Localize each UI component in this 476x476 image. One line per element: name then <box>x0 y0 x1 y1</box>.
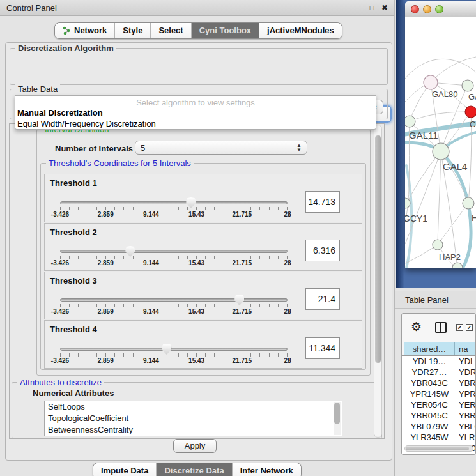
thresholds-group: Threshold's Coordinates for 5 Intervals … <box>40 163 366 370</box>
interval-definition-group: Interval Definition Number of Intervals … <box>36 129 371 376</box>
slider-ticks <box>60 304 288 307</box>
tab-jactivemnodules[interactable]: jActiveMNodules <box>259 23 342 38</box>
dropdown-prompt: Select algorithm to view settings <box>15 96 376 107</box>
node[interactable] <box>462 80 473 91</box>
network-canvas[interactable]: GAL80 GA C GAL11 GAL4 GCY1 H HAP2 <box>405 17 476 268</box>
attributes-group: Attributes to discretize Numerical Attri… <box>12 382 382 438</box>
thresholds-group-label: Threshold's Coordinates for 5 Intervals <box>46 158 194 168</box>
bottom-tabbar: Impute Data Discretize Data Infer Networ… <box>93 463 302 476</box>
panel-divider <box>394 0 395 476</box>
slider-track[interactable] <box>60 201 288 204</box>
tab-network[interactable]: Network <box>55 23 115 38</box>
node[interactable] <box>452 263 463 268</box>
network-mac-window: GAL80 GA C GAL11 GAL4 GCY1 H HAP2 <box>405 1 476 268</box>
slider-track[interactable] <box>60 348 288 351</box>
slider-track[interactable] <box>60 298 288 302</box>
threshold-slider[interactable]: -3.426 2.859 9.144 15.43 21.715 28 <box>60 344 288 365</box>
minimize-traffic-light-icon[interactable] <box>423 5 431 13</box>
checkbox-icon[interactable]: ✔ <box>456 324 463 331</box>
node-gcy1[interactable] <box>405 198 410 208</box>
threshold-panel: Threshold 1 -3.426 2.859 9.144 15.43 21.… <box>44 174 362 222</box>
table-body: YDL19…YDL1 YDR27…YDR2 YBR043CYBR0 YPR145… <box>402 356 475 455</box>
tab-impute-data[interactable]: Impute Data <box>93 463 157 476</box>
node-gal4[interactable] <box>433 143 449 160</box>
slider-ticks <box>60 353 288 357</box>
close-traffic-light-icon[interactable] <box>411 5 419 13</box>
table-panel-bar: Table Panel <box>395 291 476 309</box>
top-tabbar: Network Style Select Cyni Toolbox jActiv… <box>54 22 342 39</box>
node-label: GCY1 <box>405 213 427 224</box>
slider-tick-labels: -3.426 2.859 9.144 15.43 21.715 28 <box>60 211 288 219</box>
table-row[interactable]: YBL079WYBL0 <box>402 421 475 432</box>
tab-infer-network[interactable]: Infer Network <box>233 463 301 476</box>
table-row[interactable]: YLR345WYLR3 <box>402 432 475 443</box>
close-icon[interactable]: ✖ <box>380 3 390 13</box>
table-horizontal-scrollbar[interactable] <box>404 445 473 452</box>
list-item[interactable]: BetweennessCentrality <box>45 424 342 436</box>
threshold-slider[interactable]: -3.426 2.859 9.144 15.43 21.715 28 <box>60 295 288 316</box>
cyni-toolbox-panel: Discretization Algorithm Select algorith… <box>5 42 392 461</box>
attributes-group-label: Attributes to discretize <box>17 378 104 387</box>
node-red[interactable] <box>465 106 476 118</box>
column-header-shared[interactable]: shared… <box>404 342 455 355</box>
numerical-attributes-list[interactable]: SelfLoops TopologicalCoefficient Between… <box>44 401 342 436</box>
node-gal11[interactable] <box>405 116 415 127</box>
table-row[interactable]: YBR043CYBR0 <box>402 378 475 388</box>
column-header-name[interactable]: na <box>455 342 475 355</box>
table-row[interactable]: YBR045CYBR0 <box>402 410 475 421</box>
control-panel-title: Control Panel <box>6 3 57 13</box>
table-row[interactable]: YPR145WYPR1 <box>402 388 475 399</box>
tab-label: Network <box>74 26 107 35</box>
tab-label: Select <box>158 26 183 35</box>
slider-track[interactable] <box>60 250 288 253</box>
node-label: GAL80 <box>432 89 457 99</box>
tab-style[interactable]: Style <box>115 23 151 38</box>
number-of-intervals-label: Number of Intervals <box>55 144 133 153</box>
node-gal80[interactable] <box>424 75 438 89</box>
threshold-value-field[interactable]: 11.344 <box>305 337 340 359</box>
threshold-slider[interactable]: -3.426 2.859 9.144 15.43 21.715 28 <box>60 246 288 268</box>
slider-tick-labels: -3.426 2.859 9.144 15.43 21.715 28 <box>60 308 288 316</box>
table-header-row: shared… na <box>402 342 475 356</box>
settings-scroll-viewport: Interval Definition Number of Intervals … <box>9 123 385 439</box>
gear-icon[interactable]: ⚙ <box>411 319 422 334</box>
threshold-label: Threshold 3 <box>50 276 97 286</box>
table-row[interactable]: YER054CYER0 <box>402 399 475 410</box>
scrollbar-thumb[interactable] <box>375 135 381 363</box>
algorithm-dropdown-popup: Select algorithm to view settings Manual… <box>15 95 376 130</box>
node-hap2[interactable] <box>433 240 443 250</box>
number-of-intervals-combobox[interactable]: 5 ▲▼ <box>135 141 307 155</box>
threshold-value-field[interactable]: 6.316 <box>305 240 340 261</box>
threshold-panel: Threshold 2 -3.426 2.859 9.144 15.43 21.… <box>44 223 362 271</box>
threshold-panel: Threshold 3 -3.426 2.859 9.144 15.43 21.… <box>44 272 362 319</box>
node-label: GAL11 <box>409 130 438 141</box>
network-window-titlebar[interactable] <box>405 1 476 17</box>
slider-ticks <box>60 256 288 259</box>
option-manual-discretization[interactable]: Manual Discretization <box>15 107 376 118</box>
table-row[interactable]: YDR27…YDR2 <box>402 367 475 378</box>
threshold-value-field[interactable]: 14.713 <box>305 191 340 213</box>
slider-tick-labels: -3.426 2.859 9.144 15.43 21.715 28 <box>60 357 288 365</box>
node[interactable] <box>463 197 474 209</box>
float-window-icon[interactable]: □ <box>367 3 377 13</box>
list-item[interactable]: SelfLoops <box>45 401 342 413</box>
columns-icon[interactable] <box>435 322 447 333</box>
table-panel-title: Table Panel <box>405 295 449 305</box>
table-row[interactable]: YDL19…YDL1 <box>402 356 475 367</box>
tab-cyni-toolbox[interactable]: Cyni Toolbox <box>192 23 259 38</box>
scrollbar-thumb[interactable] <box>406 447 469 450</box>
tab-discretize-data[interactable]: Discretize Data <box>157 463 232 476</box>
apply-button[interactable]: Apply <box>173 439 217 453</box>
list-scrollbar[interactable] <box>334 402 341 435</box>
threshold-value-field[interactable]: 21.4 <box>305 288 340 310</box>
node-label: GA <box>468 92 476 102</box>
tab-select[interactable]: Select <box>151 23 191 38</box>
tab-label: Impute Data <box>101 466 148 475</box>
threshold-slider[interactable]: -3.426 2.859 9.144 15.43 21.715 28 <box>60 197 288 219</box>
panel-scrollbar[interactable] <box>374 125 382 438</box>
zoom-traffic-light-icon[interactable] <box>435 5 443 13</box>
checkbox-icon[interactable]: ✔ <box>466 324 473 331</box>
threshold-label: Threshold 2 <box>50 227 97 237</box>
option-equal-width-frequency[interactable]: Equal Width/Frequency Discretization <box>15 118 376 129</box>
list-item[interactable]: TopologicalCoefficient <box>45 413 342 424</box>
